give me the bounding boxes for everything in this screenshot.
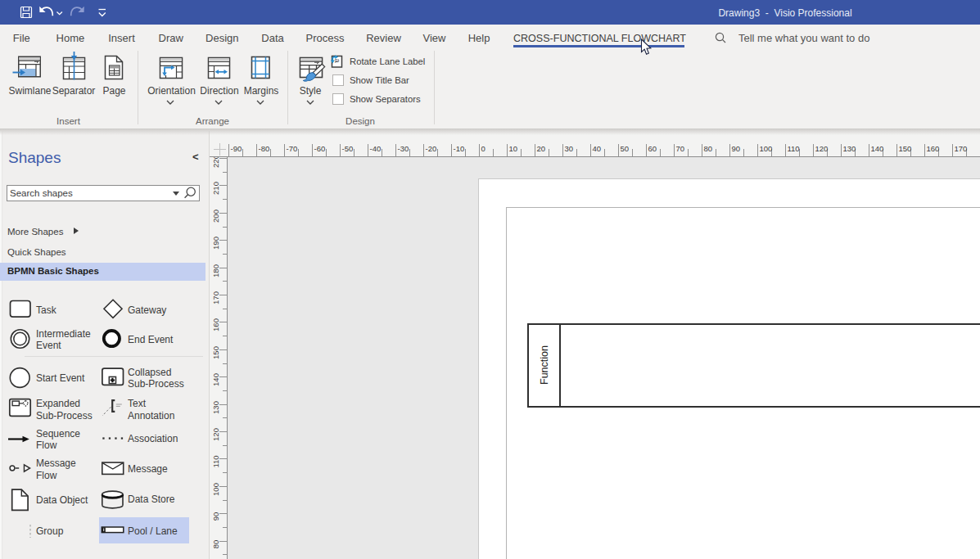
svg-text:a: a (333, 59, 341, 63)
